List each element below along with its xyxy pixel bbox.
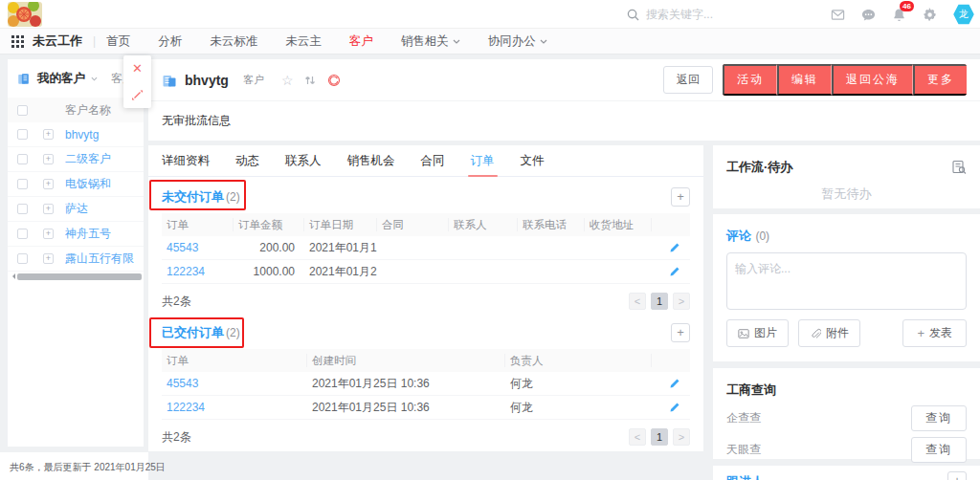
nav-item-analysis[interactable]: 分析 — [158, 33, 182, 50]
edit-pencil-icon[interactable] — [652, 242, 690, 253]
chevron-down-icon[interactable] — [91, 76, 98, 81]
doc-search-icon[interactable] — [951, 160, 967, 175]
next-page-button[interactable]: > — [673, 428, 690, 446]
add-order-button[interactable]: + — [671, 187, 690, 207]
row-checkbox[interactable] — [17, 253, 28, 264]
comments-title: 评论 — [726, 229, 751, 243]
close-icon[interactable]: ✕ — [132, 62, 143, 75]
edit-pencil-icon[interactable] — [652, 402, 690, 413]
add-order-button[interactable]: + — [671, 323, 690, 342]
active-tab-underline — [468, 175, 498, 177]
row-checkbox[interactable] — [17, 129, 28, 140]
nav-item-standard[interactable]: 未云标准 — [210, 33, 257, 50]
settings-gear-icon[interactable] — [923, 8, 937, 22]
customer-row[interactable]: + 萨达 — [8, 197, 144, 222]
apps-grid-icon[interactable] — [11, 35, 24, 48]
back-button[interactable]: 返回 — [663, 66, 713, 94]
expand-plus-icon[interactable]: + — [43, 229, 54, 239]
tab-contacts[interactable]: 联系人 — [285, 145, 322, 177]
customer-link[interactable]: 神舟五号 — [65, 226, 111, 242]
add-button[interactable]: + — [947, 471, 967, 480]
comments-panel: 评论 (0) 图片 附件 + 发表 — [713, 214, 980, 361]
tab-contracts[interactable]: 合同 — [421, 145, 445, 177]
current-page[interactable]: 1 — [651, 293, 668, 310]
expand-plus-icon[interactable]: + — [43, 204, 54, 214]
customer-link[interactable]: 露山五行有限 — [65, 251, 134, 267]
tab-files[interactable]: 文件 — [521, 145, 545, 177]
nav-item-home[interactable]: 首页 — [106, 33, 130, 50]
lookup-row: 天眼查 查询 — [713, 434, 980, 466]
record-type-label: 客户 — [243, 73, 264, 87]
star-favorite-icon[interactable]: ☆ — [281, 74, 294, 87]
customer-link[interactable]: bhvytg — [65, 128, 99, 142]
chat-icon[interactable] — [861, 8, 876, 22]
expand-plus-icon[interactable]: + — [43, 179, 54, 189]
nav-item-main[interactable]: 未云主 — [285, 33, 322, 50]
order-link[interactable]: 45543 — [162, 241, 234, 254]
customer-link[interactable]: 电饭锅和 — [65, 176, 111, 192]
tab-activity[interactable]: 动态 — [235, 145, 259, 177]
activity-button[interactable]: 活动 — [723, 64, 777, 96]
order-date: 2021年01月25日 — [304, 264, 377, 280]
image-button[interactable]: 图片 — [726, 319, 789, 347]
global-search[interactable]: 搜索关键字... — [627, 0, 713, 29]
order-link[interactable]: 122234 — [162, 265, 234, 278]
current-page[interactable]: 1 — [651, 428, 668, 446]
row-checkbox[interactable] — [17, 229, 28, 239]
edit-pencil-icon[interactable] — [652, 378, 690, 389]
customer-row[interactable]: + 神舟五号 — [8, 222, 144, 247]
prev-page-button[interactable]: < — [629, 428, 646, 446]
attachment-button[interactable]: 附件 — [798, 319, 860, 347]
hierarchy-arrows-icon[interactable] — [304, 75, 316, 86]
customer-row[interactable]: + 电饭锅和 — [8, 172, 144, 197]
seal-status-icon[interactable] — [327, 74, 341, 87]
more-button[interactable]: 更多 — [913, 64, 967, 96]
order-link[interactable]: 122234 — [162, 401, 307, 414]
expand-diagonal-icon[interactable] — [131, 89, 144, 101]
main-navbar: 未云工作 | 首页 分析 未云标准 未云主 客户 销售相关 协同办公 — [0, 29, 980, 55]
edit-pencil-icon[interactable] — [652, 266, 690, 277]
col-contract: 合同 — [377, 218, 449, 231]
expand-plus-icon[interactable]: + — [43, 129, 54, 140]
order-created: 2021年01月25日 10:36 — [307, 400, 505, 416]
customer-link[interactable]: 二级客户 — [65, 151, 111, 167]
row-checkbox[interactable] — [17, 154, 28, 164]
query-button[interactable]: 查询 — [911, 437, 967, 463]
customer-link[interactable]: 萨达 — [65, 201, 88, 217]
attachment-button-label: 附件 — [826, 325, 849, 341]
customer-row[interactable]: + bhvytg — [8, 122, 144, 147]
select-all-checkbox[interactable] — [17, 105, 28, 116]
horizontal-scrollbar[interactable] — [8, 272, 144, 281]
nav-item-office[interactable]: 协同办公 — [488, 33, 547, 50]
mail-icon[interactable] — [831, 8, 845, 22]
row-checkbox[interactable] — [17, 179, 28, 189]
scrollbar-thumb[interactable] — [17, 273, 142, 280]
prev-page-button[interactable]: < — [629, 293, 646, 310]
approval-flow-info: 无审批流信息 — [148, 100, 980, 141]
tab-details[interactable]: 详细资料 — [162, 145, 210, 177]
order-link[interactable]: 45543 — [162, 377, 307, 390]
next-page-button[interactable]: > — [673, 293, 690, 310]
edit-button[interactable]: 编辑 — [777, 64, 832, 96]
app-logo[interactable] — [8, 2, 42, 27]
row-checkbox[interactable] — [17, 204, 28, 214]
tab-opportunities[interactable]: 销售机会 — [347, 145, 395, 177]
expand-plus-icon[interactable]: + — [43, 253, 54, 264]
customer-row[interactable]: + 露山五行有限 — [8, 247, 144, 272]
tab-orders[interactable]: 订单 — [471, 145, 495, 177]
notifications[interactable]: 46 — [892, 8, 906, 22]
nav-item-sales[interactable]: 销售相关 — [401, 33, 460, 50]
scroll-left-arrow[interactable] — [10, 273, 15, 279]
fruit-logo-graphic — [8, 2, 42, 27]
post-comment-button[interactable]: + 发表 — [902, 319, 967, 347]
total-count: 共2条 — [162, 429, 191, 446]
query-button[interactable]: 查询 — [911, 405, 967, 431]
return-to-pool-button[interactable]: 退回公海 — [832, 64, 913, 96]
expand-plus-icon[interactable]: + — [43, 154, 54, 164]
user-avatar[interactable]: 龙 — [953, 4, 974, 25]
workspace-title[interactable]: 未云工作 — [33, 33, 82, 50]
customer-row[interactable]: + 二级客户 — [8, 147, 144, 172]
image-icon — [738, 328, 749, 339]
nav-item-customer[interactable]: 客户 — [349, 33, 373, 50]
comment-input[interactable] — [726, 252, 967, 310]
